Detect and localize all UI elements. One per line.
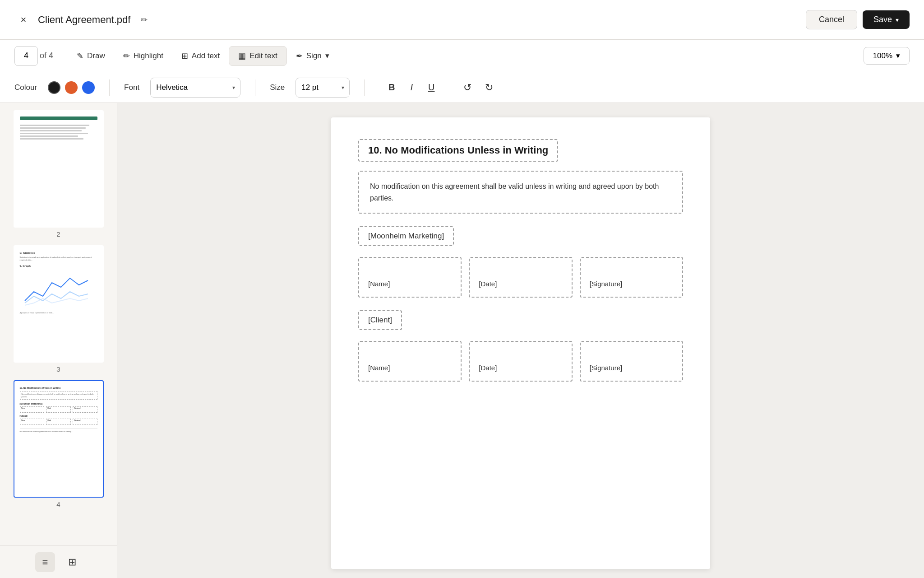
thumb4-title: 10. No Modifications Unless in Writing — [20, 387, 97, 389]
bottom-view-bar: ≡ ⊞ — [0, 545, 117, 578]
font-selector[interactable]: Helvetica Arial Times New Roman Courier … — [150, 78, 240, 98]
draw-icon: ✎ — [77, 51, 83, 61]
highlight-label: Highlight — [134, 51, 163, 61]
party1-sig-line — [590, 277, 673, 277]
section-body-box[interactable]: No modification on this agreement shall … — [358, 171, 683, 214]
zoom-value: 100% — [873, 51, 892, 61]
party1-label-box[interactable]: [Moonhelm Marketing] — [358, 226, 454, 246]
section-title-box[interactable]: 10. No Modifications Unless in Writing — [358, 139, 558, 162]
divider-2 — [255, 79, 255, 96]
edit-title-button[interactable]: ✏ — [136, 12, 152, 28]
underline-button[interactable]: U — [422, 79, 440, 97]
top-bar: × Client Agreement.pdf ✏ Cancel Save ▾ — [0, 0, 924, 40]
party1-name-line — [368, 277, 452, 277]
party1-sig-row: [Name] [Date] [Signature] — [358, 257, 683, 298]
sidebar-thumb-4[interactable]: 10. No Modifications Unless in Writing N… — [7, 380, 110, 508]
party2-sig-label: [Signature] — [590, 364, 673, 372]
colour-label: Colour — [14, 83, 37, 92]
thumb4-footer: No modification on this agreement shall … — [20, 429, 97, 433]
party1-label: [Moonhelm Marketing] — [368, 232, 444, 240]
party1-date-line — [479, 277, 562, 277]
party1-date-box[interactable]: [Date] — [469, 257, 572, 298]
font-label: Font — [124, 83, 139, 92]
party1-sig-box[interactable]: [Signature] — [580, 257, 683, 298]
thumb3-graph-caption: A graph is a visual representation of da… — [20, 312, 97, 314]
sign-chevron-icon: ▾ — [325, 51, 329, 61]
sidebar-thumb-3[interactable]: B. Statistics Statistics is the study an… — [7, 245, 110, 373]
bold-button[interactable]: B — [383, 79, 401, 97]
list-view-button[interactable]: ≡ — [35, 552, 55, 572]
document-page: 10. No Modifications Unless in Writing N… — [331, 117, 710, 569]
thumb-num-4: 4 — [56, 500, 60, 508]
top-bar-right: Cancel Save ▾ — [806, 10, 910, 29]
party1-section: [Moonhelm Marketing] — [358, 226, 683, 252]
thumbnail-frame-2 — [14, 110, 104, 228]
font-select[interactable]: Helvetica Arial Times New Roman Courier — [150, 78, 240, 98]
sign-tool-button[interactable]: ✒ Sign ▾ — [287, 46, 338, 66]
zoom-chevron-icon: ▾ — [896, 51, 900, 61]
party2-sig-line — [590, 361, 673, 361]
sidebar-thumb-2[interactable]: 2 — [7, 110, 110, 238]
thumbnail-frame-4: 10. No Modifications Unless in Writing N… — [14, 380, 104, 498]
format-actions: B I U — [383, 79, 440, 97]
highlight-tool-button[interactable]: ✏ Highlight — [114, 46, 172, 66]
color-orange[interactable] — [65, 81, 78, 94]
sign-icon: ✒ — [296, 51, 303, 61]
close-button[interactable]: × — [14, 11, 32, 29]
page-number-input[interactable] — [14, 46, 38, 66]
undo-redo: ↺ ↻ — [458, 79, 498, 97]
thumb4-sig-row1: [Name] [Date] [Signature] — [20, 406, 97, 413]
thumb4-client: [Client] — [20, 415, 97, 417]
highlight-icon: ✏ — [123, 51, 130, 61]
draw-label: Draw — [87, 51, 105, 61]
redo-button[interactable]: ↻ — [480, 79, 498, 97]
party2-date-box[interactable]: [Date] — [469, 341, 572, 382]
party1-sig-label: [Signature] — [590, 280, 673, 288]
color-options — [48, 81, 95, 94]
color-blue[interactable] — [82, 81, 95, 94]
format-bar: Colour Font Helvetica Arial Times New Ro… — [0, 72, 924, 103]
party2-name-box[interactable]: [Name] — [358, 341, 462, 382]
save-button[interactable]: Save ▾ — [863, 10, 910, 29]
thumb3-text: Statistics is the study and application … — [20, 256, 97, 261]
section-body-text: No modification on this agreement shall … — [370, 182, 659, 202]
cancel-button[interactable]: Cancel — [806, 10, 857, 29]
party1-date-label: [Date] — [479, 280, 562, 288]
draw-tool-button[interactable]: ✎ Draw — [68, 46, 114, 66]
color-black[interactable] — [48, 81, 60, 94]
main-area: 2 B. Statistics Statistics is the study … — [0, 103, 924, 578]
add-text-label: Add text — [192, 51, 220, 61]
sign-label: Sign — [306, 51, 322, 61]
save-chevron-icon: ▾ — [896, 16, 899, 23]
edit-text-label: Edit text — [249, 51, 277, 61]
party2-label-box[interactable]: [Client] — [358, 310, 402, 330]
party2-sig-row: [Name] [Date] [Signature] — [358, 341, 683, 382]
file-title: Client Agreement.pdf — [38, 14, 130, 26]
add-text-tool-button[interactable]: ⊞ Add text — [172, 46, 229, 66]
thumb3-graph — [20, 269, 97, 310]
italic-button[interactable]: I — [402, 79, 420, 97]
party2-sig-box[interactable]: [Signature] — [580, 341, 683, 382]
page-navigation: of 4 — [14, 46, 53, 66]
thumb-num-3: 3 — [56, 365, 60, 373]
divider-1 — [109, 79, 110, 96]
size-label: Size — [270, 83, 285, 92]
undo-button[interactable]: ↺ — [458, 79, 476, 97]
thumb4-body: No modification on this agreement shall … — [20, 391, 97, 400]
zoom-control[interactable]: 100% ▾ — [864, 47, 910, 65]
document-viewer: 10. No Modifications Unless in Writing N… — [117, 103, 924, 578]
party2-label: [Client] — [368, 316, 392, 324]
party1-name-box[interactable]: [Name] — [358, 257, 462, 298]
add-text-icon: ⊞ — [181, 51, 188, 61]
size-select[interactable]: 12 pt 8 pt 10 pt 14 pt 16 pt 18 pt 24 pt — [296, 78, 350, 98]
party2-date-line — [479, 361, 562, 361]
party2-section: [Client] — [358, 310, 683, 336]
edit-text-tool-button[interactable]: ▦ Edit text — [229, 46, 286, 66]
size-selector[interactable]: 12 pt 8 pt 10 pt 14 pt 16 pt 18 pt 24 pt… — [296, 78, 350, 98]
party2-name-label: [Name] — [368, 364, 452, 372]
save-label: Save — [873, 15, 892, 24]
thumb2-lines — [20, 125, 97, 140]
thumbnail-frame-3: B. Statistics Statistics is the study an… — [14, 245, 104, 363]
party1-name-label: [Name] — [368, 280, 452, 288]
grid-view-button[interactable]: ⊞ — [62, 552, 82, 572]
